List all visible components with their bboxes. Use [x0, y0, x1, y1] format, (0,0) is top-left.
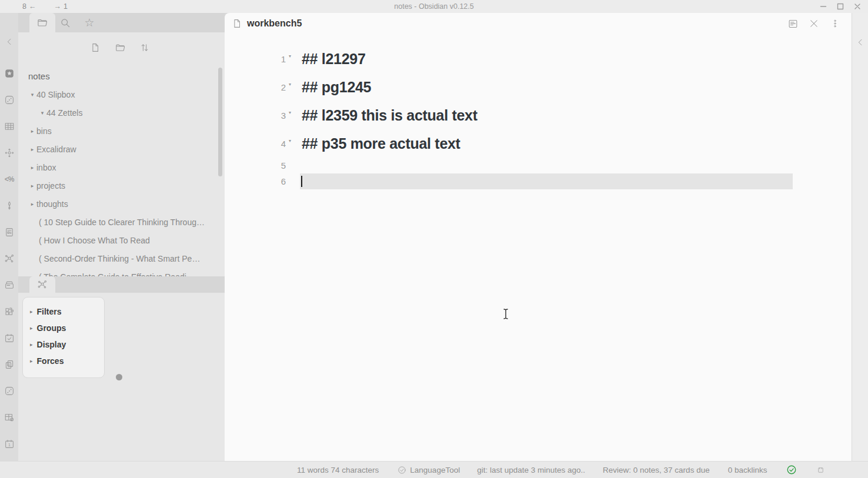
graph-view-icon[interactable] [4, 253, 15, 264]
heading-text[interactable]: ## l2359 this is actual text [294, 107, 478, 124]
tree-file[interactable]: ( Second-Order Thinking - What Smart Pe… [18, 249, 225, 268]
new-file-icon[interactable] [89, 42, 101, 54]
backlinks-count[interactable]: 0 backlinks [728, 466, 767, 474]
explorer-scrollbar[interactable] [218, 68, 222, 176]
history-nav: 8 ← → 1 [0, 2, 68, 11]
heading-text[interactable]: ## p35 more actual text [294, 135, 460, 152]
pane-header: workbench5 [225, 13, 852, 34]
tree-folder-44-zettels[interactable]: ▾ 44 Zettels [18, 103, 225, 122]
languagetool-status[interactable]: LanguageTool [398, 466, 460, 474]
maximize-icon[interactable] [836, 2, 845, 11]
templater-icon[interactable]: <% [4, 174, 15, 185]
expand-right-sidebar-icon[interactable] [856, 38, 865, 461]
fold-arrow-icon[interactable]: ▾ [286, 54, 294, 65]
chevron-right-icon: ▸ [30, 342, 33, 347]
chevron-down-icon[interactable]: ▾ [28, 92, 36, 98]
tree-file[interactable]: ( How I Choose What To Read [18, 231, 225, 249]
graph-settings-forces[interactable]: ▸ Forces [23, 353, 104, 369]
review-status[interactable]: Review: 0 notes, 37 cards due [603, 466, 710, 474]
graph-settings-filters[interactable]: ▸ Filters [23, 303, 104, 320]
tree-folder-bins[interactable]: ▸ bins [18, 122, 225, 140]
line-number: 4 [225, 139, 286, 149]
blocks-icon[interactable] [4, 306, 15, 317]
tree-file[interactable]: ( The Complete Guide to Effective Readi… [18, 268, 225, 276]
graph-pane-tabstrip [18, 276, 225, 293]
forward-arrow-icon[interactable]: → [54, 2, 61, 11]
sort-icon[interactable] [139, 42, 151, 54]
editor-line[interactable]: 5 [225, 158, 852, 173]
tab-file-explorer[interactable] [29, 13, 55, 32]
ok-check-icon[interactable] [786, 464, 797, 475]
chevron-right-icon[interactable]: ▸ [28, 165, 36, 171]
random-note-icon[interactable] [4, 386, 15, 396]
heading-text[interactable]: ## l21297 [294, 51, 366, 68]
copy-files-icon[interactable] [4, 359, 15, 370]
editor-line-active[interactable]: 6 [225, 173, 852, 189]
git-status[interactable]: git: last update 3 minutes ago.. [477, 466, 585, 474]
fold-arrow-icon[interactable]: ▾ [286, 110, 294, 121]
chevron-right-icon: ▸ [30, 325, 33, 331]
calendar-day-icon[interactable]: 1 [4, 439, 15, 449]
chevron-right-icon[interactable]: ▸ [28, 201, 36, 207]
titlebar: 8 ← → 1 notes - Obsidian v0.12.5 [0, 0, 868, 13]
note-file-icon [232, 18, 242, 29]
collapse-left-sidebar-icon[interactable] [4, 36, 15, 47]
flashcard-icon[interactable] [4, 227, 15, 238]
close-pane-icon[interactable] [808, 18, 820, 29]
line-number: 6 [225, 176, 286, 186]
vault-name[interactable]: notes [18, 66, 225, 85]
line-number: 5 [225, 161, 286, 171]
graph-settings-groups[interactable]: ▸ Groups [23, 320, 104, 336]
search-icon [59, 17, 71, 29]
tab-search[interactable] [55, 13, 75, 32]
reading-view-icon[interactable] [787, 18, 799, 29]
graph-settings-card: ▸ Filters ▸ Groups ▸ Display ▸ Forces [22, 297, 105, 378]
heading-text[interactable]: ## pg1245 [294, 79, 371, 96]
editor-line[interactable]: 1 ▾ ## l21297 [225, 45, 852, 73]
dice-icon[interactable] [4, 95, 15, 105]
tree-folder-40-slipbox[interactable]: ▾ 40 Slipbox [18, 85, 225, 103]
new-folder-icon[interactable] [114, 42, 126, 54]
window-title: notes - Obsidian v0.12.5 [0, 2, 868, 11]
window-controls [819, 2, 868, 11]
chevron-right-icon[interactable]: ▸ [28, 146, 36, 152]
fold-arrow-icon[interactable]: ▾ [286, 138, 294, 149]
tree-file[interactable]: ( 10 Step Guide to Clearer Thinking Thro… [18, 213, 225, 231]
editor-line[interactable]: 3 ▾ ## l2359 this is actual text [225, 101, 852, 129]
starred-notes-icon[interactable] [4, 68, 15, 79]
editor-content[interactable]: 1 ▾ ## l21297 2 ▾ ## pg1245 3 ▾ ## l2359… [225, 34, 852, 189]
graph-settings-display[interactable]: ▸ Display [23, 336, 104, 353]
fold-arrow-icon[interactable]: ▾ [286, 82, 294, 93]
chevron-down-icon[interactable]: ▾ [38, 110, 46, 116]
editor-pane: workbench5 1 ▾ ## l21297 2 [225, 13, 852, 461]
stacked-cards-icon[interactable] [4, 280, 15, 290]
editor-line[interactable]: 4 ▾ ## p35 more actual text [225, 129, 852, 158]
active-line-highlight [300, 173, 793, 189]
tree-folder-projects[interactable]: ▸ projects [18, 176, 225, 195]
tree-folder-excalidraw[interactable]: ▸ Excalidraw [18, 140, 225, 158]
tree-folder-inbox[interactable]: ▸ inbox [18, 158, 225, 176]
table-gear-icon[interactable] [4, 412, 15, 423]
editor-line[interactable]: 2 ▾ ## pg1245 [225, 73, 852, 101]
graph-node[interactable] [116, 374, 122, 380]
chevron-right-icon[interactable]: ▸ [28, 183, 36, 189]
chevron-right-icon[interactable]: ▸ [28, 128, 36, 134]
back-arrow-icon[interactable]: ← [29, 2, 36, 11]
check-circle-icon [398, 466, 406, 474]
sync-mini-icon[interactable] [818, 467, 823, 473]
line-number: 1 [225, 54, 286, 64]
tab-starred[interactable]: ☆ [79, 13, 99, 32]
window-close-icon[interactable] [853, 2, 862, 11]
pen-icon[interactable] [4, 200, 15, 211]
tab-graph-view[interactable] [29, 276, 55, 293]
table-icon[interactable] [4, 121, 15, 132]
history-forward-count: 1 [64, 2, 68, 11]
chevron-right-icon: ▸ [30, 309, 33, 315]
minimize-icon[interactable] [819, 2, 828, 11]
expand-graph-icon[interactable] [4, 148, 15, 158]
mouse-ibeam-cursor [502, 308, 510, 320]
graph-view-panel[interactable]: ▸ Filters ▸ Groups ▸ Display ▸ Forces [18, 293, 225, 461]
more-options-icon[interactable] [829, 18, 841, 29]
calendar-check-icon[interactable] [4, 333, 15, 343]
tree-folder-thoughts[interactable]: ▸ thoughts [18, 195, 225, 213]
